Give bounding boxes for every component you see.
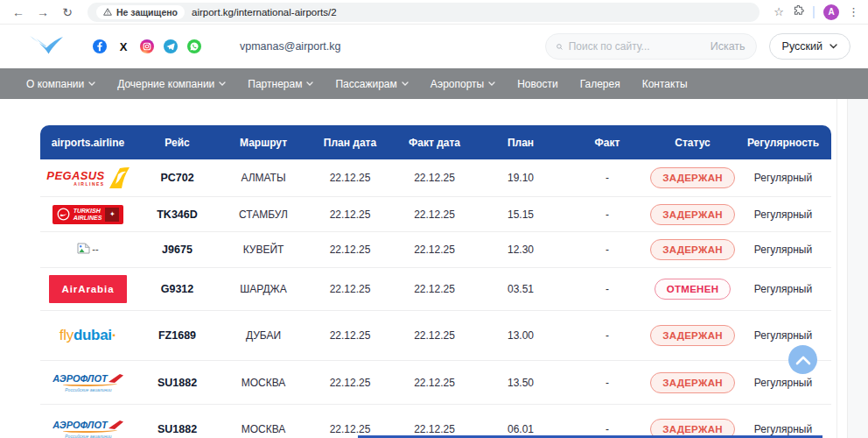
language-label: Русский	[782, 40, 822, 53]
fact-time: -	[564, 423, 650, 435]
status-cell: ЗАДЕРЖАН	[650, 372, 735, 393]
column-header: Факт дата	[392, 137, 477, 149]
fact-date: 22.12.25	[392, 172, 477, 184]
reload-icon[interactable]: ↻	[58, 5, 77, 19]
menu-kebab-icon[interactable]: ⋮	[848, 5, 859, 18]
status-badge: ОТМЕНЕН	[654, 279, 732, 300]
regularity: Регулярный	[735, 329, 831, 342]
search-input[interactable]	[569, 40, 704, 53]
plan-date: 22.12.25	[308, 208, 392, 221]
broken-image-icon: --	[77, 243, 98, 254]
airline-logo-cell: TURKISHAIRLINES✦	[40, 205, 136, 224]
airline-logo-cell: AirArabia	[40, 275, 136, 303]
nav-item-label: Новости	[517, 78, 557, 90]
route: ШАРДЖА	[219, 283, 308, 295]
status-cell: ЗАДЕРЖАН	[650, 239, 735, 260]
airline-logo-cell: --	[40, 243, 136, 257]
language-selector[interactable]: Русский	[769, 33, 850, 60]
contact-email[interactable]: vpmanas@airport.kg	[240, 40, 341, 53]
site-header: X vpmanas@airport.kg Искать	[0, 25, 868, 68]
airline-logo-cell: flydubai·	[40, 327, 136, 344]
status-badge: ЗАДЕРЖАН	[650, 325, 735, 346]
chevron-down-icon	[219, 81, 226, 86]
table-header-row: airports.airlineРейсМаршрутПлан датаФакт…	[40, 125, 831, 159]
plan-time: 06.01	[477, 423, 564, 435]
facebook-icon[interactable]	[93, 39, 107, 53]
content-edge-line	[836, 99, 837, 438]
fact-time: -	[564, 208, 650, 221]
page-content: airports.airlineРейсМаршрутПлан датаФакт…	[0, 99, 868, 438]
status-cell: ЗАДЕРЖАН	[650, 204, 735, 225]
nav-item-label: О компании	[26, 78, 84, 90]
aeroflot-logo: АЭРОФЛОТРоссийские авиалинии	[52, 420, 122, 438]
route: ДУБАИ	[219, 329, 308, 342]
bookmark-star-icon[interactable]: ☆	[774, 5, 784, 18]
flight-row: PEGASUSAIRLINESPC702АЛМАТЫ22.12.2522.12.…	[40, 159, 831, 197]
instagram-icon[interactable]	[140, 39, 154, 53]
flight-number: SU1882	[136, 423, 219, 435]
fact-date: 22.12.25	[392, 283, 477, 295]
airline-logo-cell: PEGASUSAIRLINES	[40, 167, 136, 188]
social-links: X	[93, 39, 201, 53]
nav-item-label: Партнерам	[248, 78, 302, 90]
column-header: Факт	[564, 137, 650, 149]
nav-item-2[interactable]: Дочерние компании	[117, 78, 226, 90]
fact-date: 22.12.25	[392, 329, 477, 342]
aeroflot-swoosh	[63, 382, 117, 386]
toolbar-divider	[813, 6, 815, 18]
column-header: Рейс	[136, 137, 219, 149]
search-button[interactable]: Искать	[710, 40, 746, 53]
status-badge: ЗАДЕРЖАН	[650, 239, 735, 260]
nav-item-5[interactable]: Аэропорты	[430, 78, 495, 90]
regularity: Регулярный	[735, 423, 831, 435]
aeroflot-logo: АЭРОФЛОТРоссийские авиалинии	[52, 373, 122, 392]
forward-icon[interactable]: →	[33, 5, 52, 19]
scroll-to-top-button[interactable]	[788, 345, 817, 374]
nav-item-8[interactable]: Контакты	[642, 78, 688, 90]
route: МОСКВА	[219, 377, 308, 389]
column-header: Регулярность	[735, 137, 831, 149]
chevron-down-icon	[88, 81, 95, 86]
status-cell: ЗАДЕРЖАН	[650, 167, 735, 188]
plan-time: 19.10	[477, 172, 564, 184]
star-mark-icon: ✦	[105, 208, 119, 222]
turkish-bird-emblem	[57, 208, 70, 221]
nav-item-label: Дочерние компании	[117, 78, 214, 90]
flight-number: PC702	[136, 172, 219, 184]
status-badge: ЗАДЕРЖАН	[650, 372, 735, 393]
status-badge: ЗАДЕРЖАН	[650, 204, 735, 225]
address-bar[interactable]: Не защищено airport.kg/international-air…	[88, 3, 760, 22]
x-twitter-icon[interactable]: X	[116, 39, 130, 53]
status-badge: ЗАДЕРЖАН	[650, 167, 735, 188]
nav-item-4[interactable]: Пассажирам	[335, 78, 408, 90]
flight-number: J9675	[136, 244, 219, 256]
flight-row: TURKISHAIRLINES✦TK346DСТАМБУЛ22.12.2522.…	[40, 197, 831, 232]
back-icon[interactable]: ←	[9, 5, 28, 19]
search-icon	[556, 41, 563, 53]
nav-item-label: Галерея	[580, 78, 620, 90]
flight-row: AirArabiaG9312ШАРДЖА22.12.2522.12.2503.5…	[40, 268, 831, 311]
plan-date: 22.12.25	[308, 283, 392, 295]
profile-avatar[interactable]: A	[823, 4, 839, 20]
nav-item-7[interactable]: Галерея	[580, 78, 620, 90]
nav-item-6[interactable]: Новости	[517, 78, 557, 90]
flight-number: FZ1689	[136, 329, 219, 342]
extensions-icon[interactable]	[793, 5, 804, 19]
security-label: Не защищено	[116, 7, 178, 18]
plan-date: 22.12.25	[308, 329, 392, 342]
regularity: Регулярный	[735, 208, 831, 221]
column-header: Статус	[650, 137, 735, 149]
flight-row: --J9675КУВЕЙТ22.12.2522.12.2512.30-ЗАДЕР…	[40, 232, 831, 268]
flight-number: G9312	[136, 283, 219, 295]
chevron-down-icon	[488, 81, 495, 86]
airport-bird-logo[interactable]	[28, 35, 65, 58]
nav-item-3[interactable]: Партнерам	[248, 78, 313, 90]
status-cell: ОТМЕНЕН	[650, 279, 735, 300]
telegram-icon[interactable]	[164, 39, 178, 53]
whatsapp-icon[interactable]	[187, 39, 201, 53]
nav-item-1[interactable]: О компании	[26, 78, 95, 90]
security-chip[interactable]: Не защищено	[96, 5, 185, 19]
plan-date: 22.12.25	[308, 244, 392, 256]
column-header: План	[477, 137, 564, 149]
regularity: Регулярный	[735, 283, 831, 295]
